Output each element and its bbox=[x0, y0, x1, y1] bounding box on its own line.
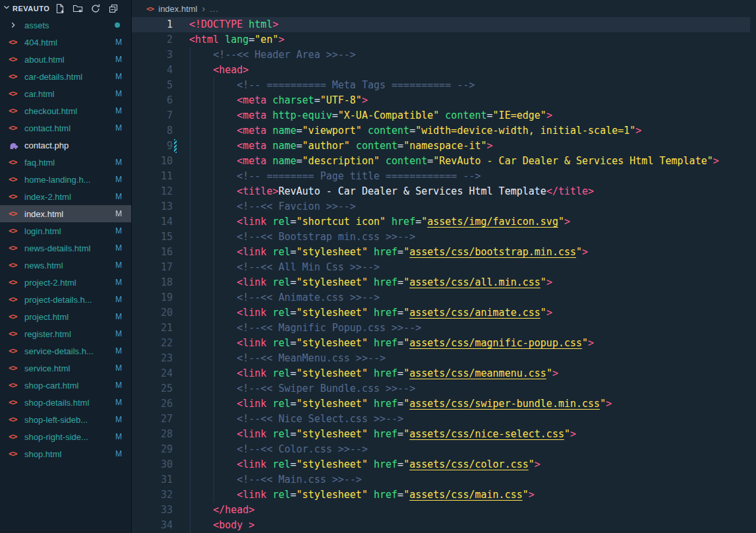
indent-guide bbox=[214, 93, 214, 108]
collapse-folders-button[interactable] bbox=[107, 3, 119, 14]
file-item[interactable]: <>login.htmlM bbox=[0, 222, 131, 239]
code-line[interactable]: 10 <meta name="description" content="Rev… bbox=[132, 154, 756, 169]
code-line[interactable]: 30 <link rel="stylesheet" href="assets/c… bbox=[132, 457, 756, 472]
code-line[interactable]: 8 <meta name="viewport" content="width=d… bbox=[132, 123, 756, 139]
code-line[interactable]: 26 <link rel="stylesheet" href="assets/c… bbox=[132, 396, 756, 412]
code-line[interactable]: 25 <!--<< Swiper Bundle.css >>--> bbox=[132, 381, 756, 396]
code-line[interactable]: 17 <!--<< All Min Css >>--> bbox=[132, 260, 756, 275]
file-item[interactable]: <>404.htmlM bbox=[0, 34, 131, 51]
indent-guide bbox=[190, 184, 190, 199]
code-line[interactable]: 31 <!--<< Main.css >>--> bbox=[132, 472, 756, 487]
file-item[interactable]: <>checkout.htmlM bbox=[0, 102, 131, 119]
indent-guide bbox=[214, 351, 214, 366]
html-file-icon: <> bbox=[9, 329, 24, 338]
file-item[interactable]: <>contact.htmlM bbox=[0, 119, 131, 137]
file-name: contact.html bbox=[24, 123, 111, 133]
code-line[interactable]: 20 <link rel="stylesheet" href="assets/c… bbox=[132, 305, 756, 321]
file-item[interactable]: <>car-details.htmlM bbox=[0, 68, 131, 85]
indent-guide bbox=[214, 412, 214, 427]
file-item[interactable]: <>faq.htmlM bbox=[0, 154, 131, 171]
code-line[interactable]: 3 <!--<< Header Area >>--> bbox=[132, 47, 756, 63]
file-name: car.html bbox=[24, 89, 111, 99]
section-chevron-down-icon[interactable] bbox=[2, 3, 11, 15]
file-item[interactable]: contact.php bbox=[0, 137, 131, 154]
file-item[interactable]: <>project.htmlM bbox=[0, 308, 131, 325]
code-line[interactable]: 18 <link rel="stylesheet" href="assets/c… bbox=[132, 275, 756, 290]
file-name: login.html bbox=[24, 226, 111, 236]
new-file-button[interactable] bbox=[54, 3, 65, 14]
line-number: 18 bbox=[132, 275, 189, 290]
indent-guide bbox=[214, 260, 214, 275]
code-line[interactable]: 16 <link rel="stylesheet" href="assets/c… bbox=[132, 245, 756, 260]
code-line[interactable]: 1<!DOCTYPE html> bbox=[132, 17, 756, 32]
code-line[interactable]: 22 <link rel="stylesheet" href="assets/c… bbox=[132, 336, 756, 351]
file-item[interactable]: <>home-landing.h...M bbox=[0, 171, 131, 188]
line-number: 27 bbox=[132, 412, 189, 427]
code-line[interactable]: 6 <meta charset="UTF-8"> bbox=[132, 93, 756, 108]
code-line-content: <head> bbox=[189, 63, 756, 78]
code-line[interactable]: 11 <!-- ======== Page title ============… bbox=[132, 169, 756, 184]
file-item[interactable]: <>shop-right-side...M bbox=[0, 428, 131, 445]
code-line[interactable]: 27 <!--<< Nice Select.css >>--> bbox=[132, 412, 756, 427]
file-list: assets<>404.htmlM<>about.htmlM<>car-deta… bbox=[0, 16, 131, 462]
indent-guide bbox=[190, 199, 190, 214]
file-item[interactable]: <>shop-left-sideb...M bbox=[0, 411, 131, 428]
code-line[interactable]: 32 <link rel="stylesheet" href="assets/c… bbox=[132, 487, 756, 503]
file-item[interactable]: <>news.htmlM bbox=[0, 257, 131, 274]
file-item[interactable]: <>register.htmlM bbox=[0, 325, 131, 342]
code-line-content: <!--<< Main.css >>--> bbox=[189, 472, 756, 487]
explorer-section-header[interactable]: REVAUTO bbox=[0, 0, 131, 16]
code-line[interactable]: 7 <meta http-equiv="X-UA-Compatible" con… bbox=[132, 108, 756, 123]
file-item[interactable]: <>shop-cart.htmlM bbox=[0, 377, 131, 394]
file-item[interactable]: <>project-2.htmlM bbox=[0, 274, 131, 291]
code-line[interactable]: 19 <!--<< Animate.css >>--> bbox=[132, 290, 756, 305]
indent-guide bbox=[214, 396, 214, 412]
code-line[interactable]: 15 <!--<< Bootstrap min.css >>--> bbox=[132, 230, 756, 245]
code-line[interactable]: 33 </head> bbox=[132, 503, 756, 518]
indent-guide bbox=[214, 214, 214, 230]
indent-guide bbox=[190, 214, 190, 230]
code-line[interactable]: 21 <!--<< Magnific Popup.css >>--> bbox=[132, 321, 756, 336]
scrollbar-gutter[interactable] bbox=[750, 17, 756, 533]
code-line[interactable]: 5 <!-- ========== Meta Tags ========== -… bbox=[132, 78, 756, 93]
file-item[interactable]: <>project-details.h...M bbox=[0, 291, 131, 308]
file-item[interactable]: <>service-details.h...M bbox=[0, 342, 131, 360]
file-item[interactable]: <>news-details.htmlM bbox=[0, 239, 131, 257]
file-item[interactable]: <>shop.htmlM bbox=[0, 445, 131, 462]
file-item[interactable]: <>service.htmlM bbox=[0, 360, 131, 377]
file-item[interactable]: <>about.htmlM bbox=[0, 51, 131, 68]
new-folder-button[interactable] bbox=[72, 3, 83, 14]
code-line[interactable]: 9 <meta name="author" content="namespace… bbox=[132, 139, 756, 154]
refresh-explorer-button[interactable] bbox=[90, 3, 101, 14]
explorer-sidebar: REVAUTO bbox=[0, 0, 132, 533]
code-line[interactable]: 23 <!--<< MeanMenu.css >>--> bbox=[132, 351, 756, 366]
code-line-content: <!--<< Nice Select.css >>--> bbox=[189, 412, 756, 427]
line-number: 7 bbox=[132, 108, 189, 123]
breadcrumb-item-file[interactable]: index.html bbox=[158, 4, 197, 14]
line-number: 22 bbox=[132, 336, 189, 351]
folder-item[interactable]: assets bbox=[0, 16, 131, 34]
file-item[interactable]: <>index.htmlM bbox=[0, 205, 131, 222]
breadcrumb-item-more[interactable]: ... bbox=[210, 4, 219, 14]
code-line[interactable]: 29 <!--<< Color.css >>--> bbox=[132, 442, 756, 457]
code-area[interactable]: 1<!DOCTYPE html>2<html lang="en">3 <!--<… bbox=[132, 17, 756, 533]
file-item[interactable]: <>shop-details.htmlM bbox=[0, 394, 131, 411]
code-line[interactable]: 24 <link rel="stylesheet" href="assets/c… bbox=[132, 366, 756, 381]
indent-guide bbox=[190, 412, 190, 427]
code-line[interactable]: 4 <head> bbox=[132, 63, 756, 78]
code-line[interactable]: 2<html lang="en"> bbox=[132, 32, 756, 47]
line-number: 4 bbox=[132, 63, 189, 78]
code-line[interactable]: 34 <body > bbox=[132, 518, 756, 533]
code-line-content: <!DOCTYPE html> bbox=[189, 17, 756, 32]
code-line-content: <link rel="stylesheet" href="assets/css/… bbox=[189, 396, 756, 412]
code-line[interactable]: 14 <link rel="shortcut icon" href="asset… bbox=[132, 214, 756, 230]
code-line[interactable]: 28 <link rel="stylesheet" href="assets/c… bbox=[132, 427, 756, 442]
code-line[interactable]: 12 <title>RevAuto - Car Dealer & Service… bbox=[132, 184, 756, 199]
file-item[interactable]: <>car.htmlM bbox=[0, 85, 131, 102]
modified-badge: M bbox=[115, 38, 122, 47]
code-line[interactable]: 13 <!--<< Favcion >>--> bbox=[132, 199, 756, 214]
code-line-content: <link rel="stylesheet" href="assets/css/… bbox=[189, 245, 756, 260]
code-line-content: <title>RevAuto - Car Dealer & Services H… bbox=[189, 184, 756, 199]
file-name: news-details.html bbox=[24, 243, 111, 253]
file-item[interactable]: <>index-2.htmlM bbox=[0, 188, 131, 205]
